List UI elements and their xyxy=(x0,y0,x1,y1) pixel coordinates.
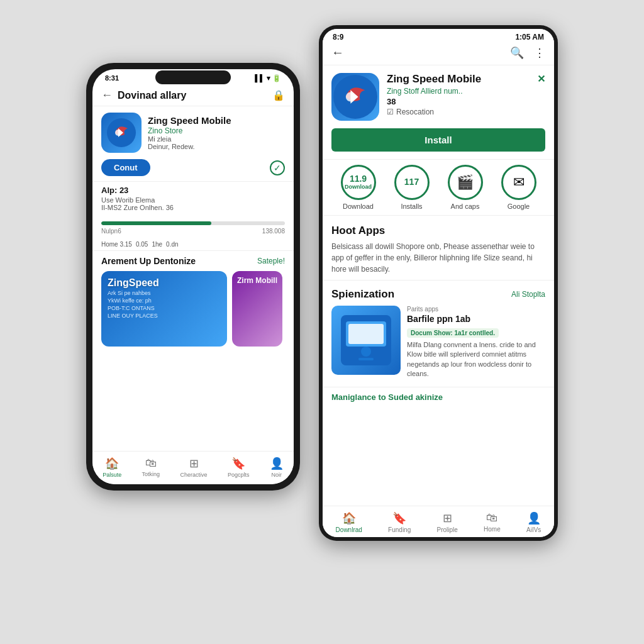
stats-row: Home 3.15 0.05 1he 0.dn xyxy=(92,238,294,250)
lock-icon[interactable]: 🔒 xyxy=(272,89,285,101)
left-app-meta: Mi zleia xyxy=(148,135,285,143)
left-app-store: Zino Store xyxy=(148,126,285,135)
nav-home-icon: 🏠 xyxy=(105,457,119,470)
right-search-icon[interactable]: 🔍 xyxy=(510,46,524,60)
spien-tag: Parits apps xyxy=(407,306,545,313)
left-app-review: Deinur, Redew. xyxy=(148,143,285,150)
stat-4: 0.dn xyxy=(166,241,178,248)
banner-sub-1b: YkWi keffe ce: ph xyxy=(108,297,221,304)
left-header: ← Dovinad allary 🔒 xyxy=(92,85,294,106)
stats-icons-row: 11.9 Download Download 117 Installs 🎬 An… xyxy=(323,159,554,216)
install-button[interactable]: Install xyxy=(331,128,545,152)
stat-installs-num: 117 xyxy=(404,177,419,187)
nav-label-pogcplts: Pogcplts xyxy=(228,472,250,478)
nav-item-noir[interactable]: 👤 Noir xyxy=(270,457,284,478)
back-icon[interactable]: ← xyxy=(101,89,113,102)
svg-point-9 xyxy=(361,347,371,357)
hoot-title: Hoot Apps xyxy=(331,225,545,237)
stat-circle-download: 11.9 Download xyxy=(341,165,376,200)
nav-person-icon: 👤 xyxy=(270,457,284,470)
nav-item-palsute[interactable]: 🏠 Palsute xyxy=(103,457,121,478)
right-app-name: Zing Speed Mobile xyxy=(387,73,481,86)
nav-item-totking[interactable]: 🛍 Totking xyxy=(142,457,160,478)
nav-label-cheractive: Cheractive xyxy=(180,472,208,478)
stat-circle-label-download: Download xyxy=(343,203,374,210)
banner-tag-1b: LINE OUY PLACES xyxy=(108,313,221,319)
progress-bar xyxy=(101,221,285,225)
close-icon[interactable]: ✕ xyxy=(537,73,545,85)
nav-item-cheractive[interactable]: ⊞ Cheractive xyxy=(180,457,208,478)
mani-text: Maniglance to xyxy=(331,392,388,402)
right-phone: 8:9 1:05 AM ← 🔍 ⋮ xyxy=(319,25,558,541)
spien-card: Parits apps Barfile ppn 1ab Docum Show: … xyxy=(331,306,545,379)
alp-section: Alp: 23 Use Worib Elema II-MS2 Zure Onlh… xyxy=(92,181,294,215)
rnav-item-downlrad[interactable]: 🏠 Downlrad xyxy=(336,511,362,533)
left-action-btn[interactable]: Conut xyxy=(101,159,150,176)
nav-item-pogcplts[interactable]: 🔖 Pogcplts xyxy=(228,457,250,478)
spien-section: Spienization Ali Stoplta P xyxy=(323,280,554,387)
mani-title: Maniglance to Suded akinize xyxy=(331,392,545,402)
rnav-grid-icon: ⊞ xyxy=(443,511,452,525)
left-app-info-row: Zing Speed Mobile Zino Store Mi zleia De… xyxy=(92,106,294,159)
stat-icon-google: ✉ xyxy=(501,165,536,200)
banner-row: ZingSpeed Ark Si pe nahbes YkWi keffe ce… xyxy=(101,271,285,347)
spien-link[interactable]: Ali Stoplta xyxy=(511,290,545,299)
banner-title-1: ZingSpeed xyxy=(108,277,221,289)
nav-label-palsute: Palsute xyxy=(103,472,121,478)
rnav-bag-icon: 🛍 xyxy=(486,511,497,525)
rnav-item-proliple[interactable]: ⊞ Proliple xyxy=(436,511,457,533)
progress-bar-fill xyxy=(101,221,211,225)
stat-google: ✉ Google xyxy=(492,165,545,210)
left-header-title: Dovinad allary xyxy=(118,90,267,101)
spien-info: Parits apps Barfile ppn 1ab Docum Show: … xyxy=(407,306,545,379)
right-back-icon[interactable]: ← xyxy=(331,45,344,60)
rnav-person-icon: 👤 xyxy=(527,511,541,525)
arement-section: Arement Up Dentonize Sateple! ZingSpeed … xyxy=(92,250,294,352)
banner-item-2: Zirm Mobill xyxy=(232,271,282,347)
spien-thumb-svg xyxy=(341,315,391,365)
right-app-info: Zing Speed Mobile ✕ Zing Stoff Allierd n… xyxy=(387,73,545,116)
checkmark-icon: ✓ xyxy=(270,160,285,175)
right-bottom-nav: 🏠 Downlrad 🔖 Funding ⊞ Proliple 🛍 Home 👤 xyxy=(323,506,554,537)
banner-tag-1a: POB-T:C ONTANS xyxy=(108,305,221,311)
left-app-name: Zing Speed Mobile xyxy=(148,115,285,126)
rnav-item-funding[interactable]: 🔖 Funding xyxy=(388,511,411,533)
stat-circle-installs: 117 xyxy=(394,165,430,200)
stat-download: 11.9 Download Download xyxy=(331,165,385,210)
svg-rect-8 xyxy=(348,324,384,344)
right-status-bar: 8:9 1:05 AM xyxy=(323,29,554,43)
banner-sub-1a: Ark Si pe nahbes xyxy=(108,290,221,296)
right-app-store: Zing Stoff Allierd num.. xyxy=(387,87,545,96)
rnav-label-proliple: Proliple xyxy=(436,526,457,533)
nav-label-totking: Totking xyxy=(142,471,160,477)
stat-3: 1he xyxy=(152,241,162,248)
nav-label-noir: Noir xyxy=(272,472,282,478)
stat-circle-label-google: Google xyxy=(508,203,530,210)
stat-circle-label-installs: Installs xyxy=(401,203,422,210)
rnav-item-home[interactable]: 🛍 Home xyxy=(484,511,501,533)
left-action-row: Conut ✓ xyxy=(92,159,294,181)
left-bottom-nav: 🏠 Palsute 🛍 Totking ⊞ Cheractive 🔖 Pogcp… xyxy=(92,451,294,484)
rnav-label-aiivs: AiIVs xyxy=(526,526,541,533)
spien-thumbnail xyxy=(331,306,401,375)
left-status-time: 8:31 xyxy=(105,74,119,82)
right-status-time: 1:05 AM xyxy=(515,33,544,42)
right-app-row: Zing Speed Mobile ✕ Zing Stoff Allierd n… xyxy=(323,65,554,128)
spien-title: Spienization xyxy=(331,288,394,301)
alp-sub1: Use Worib Elema xyxy=(101,196,285,204)
spien-desc: Milfa Dlang convnent a lnens. cride to a… xyxy=(407,340,545,379)
stat-2: 0.05 xyxy=(136,241,148,248)
stat-download-num: 11.9 xyxy=(350,174,367,184)
arement-header: Arement Up Dentonize Sateple! xyxy=(101,256,285,266)
mani-section: Maniglance to Suded akinize xyxy=(323,387,554,407)
hoot-text: Belsicass all dowill Shopore onb, Phease… xyxy=(331,241,545,275)
stat-andcaps: 🎬 And caps xyxy=(438,165,492,210)
right-more-icon[interactable]: ⋮ xyxy=(534,46,545,60)
right-status-left: 8:9 xyxy=(333,33,343,42)
rnav-item-aiivs[interactable]: 👤 AiIVs xyxy=(526,511,541,533)
left-app-icon xyxy=(101,113,142,153)
stat-circle-label-andcaps: And caps xyxy=(451,203,480,210)
arement-link[interactable]: Sateple! xyxy=(257,257,285,265)
nav-grid-icon: ⊞ xyxy=(189,457,199,470)
right-app-resoc: ☑ Resocation xyxy=(387,108,545,116)
